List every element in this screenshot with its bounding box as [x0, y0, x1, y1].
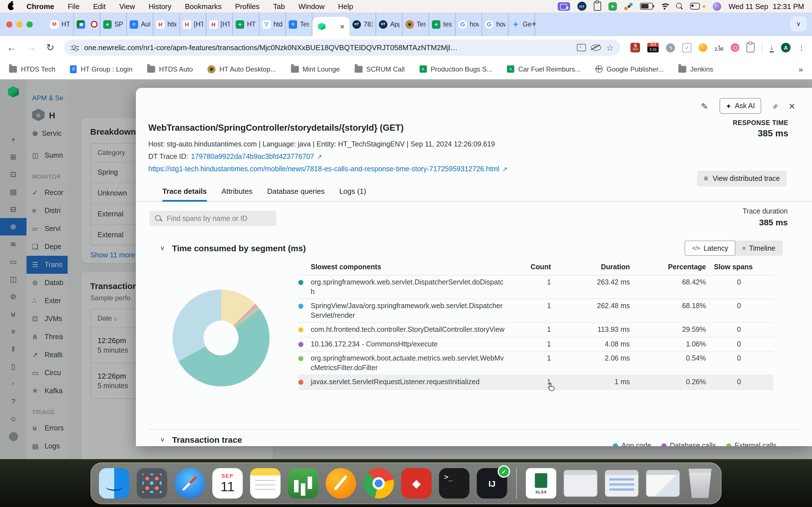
- browser-tab[interactable]: [HT: [206, 12, 233, 36]
- span-search-box[interactable]: [149, 211, 276, 226]
- menu-item[interactable]: Profiles: [235, 2, 260, 10]
- table-row[interactable]: org.springframework.web.servlet.Dispatch…: [298, 276, 773, 299]
- trash-icon[interactable]: [687, 469, 713, 498]
- permalink-icon[interactable]: ∞: [770, 101, 779, 111]
- browser-tab[interactable]: App: [376, 12, 403, 36]
- siri-icon[interactable]: [713, 2, 721, 10]
- modal-tab[interactable]: Logs (1): [339, 187, 366, 202]
- tab-close-icon[interactable]: ×: [340, 22, 345, 31]
- bookmark-item[interactable]: SCRUM Call: [354, 65, 405, 73]
- terminal-icon[interactable]: >_: [439, 468, 469, 499]
- password-eye-icon[interactable]: [591, 45, 601, 51]
- orange-extension-icon[interactable]: [699, 43, 707, 52]
- xlsx-document-icon[interactable]: XLSX: [526, 468, 556, 499]
- browser-tab[interactable]: Test: [286, 12, 312, 36]
- browser-tab[interactable]: Auto: [127, 12, 153, 36]
- spotlight-icon[interactable]: [676, 3, 683, 10]
- close-icon[interactable]: ×: [789, 101, 795, 111]
- chevron-down-icon[interactable]: ∨: [160, 436, 165, 443]
- bookmark-item[interactable]: HTDS Tech: [9, 65, 55, 73]
- new-tab-button[interactable]: +: [525, 12, 543, 36]
- menu-item[interactable]: Window: [299, 2, 325, 10]
- safari-icon[interactable]: [174, 468, 205, 499]
- table-row[interactable]: javax.servlet.ServletRequestListener.req…: [298, 375, 773, 390]
- address-bar[interactable]: one.newrelic.com/nr1-core/apm-features/t…: [64, 40, 620, 56]
- profile-avatar[interactable]: A: [781, 43, 791, 52]
- browser-tab[interactable]: 781: [350, 12, 376, 36]
- chevron-down-icon[interactable]: ∨: [160, 244, 165, 252]
- note-extension-icon[interactable]: ✓: [682, 43, 692, 52]
- modal-tab[interactable]: Database queries: [267, 187, 324, 202]
- pink-bot-extension-icon[interactable]: [731, 43, 739, 52]
- close-window-button[interactable]: [6, 21, 12, 27]
- menu-item[interactable]: File: [68, 2, 80, 10]
- zoom-window-button[interactable]: [27, 21, 33, 27]
- component-name[interactable]: com.ht.frontend.tech.controller.StoryDet…: [311, 325, 511, 334]
- menu-item[interactable]: View: [119, 2, 135, 10]
- menu-clock[interactable]: Wed 11 Sep 12:31 PM: [728, 2, 804, 10]
- bookmark-item[interactable]: HTDS Auto: [147, 65, 193, 73]
- tab-search-button[interactable]: ∨: [790, 16, 807, 32]
- lighthouse-extension-icon[interactable]: ϟ: [666, 43, 675, 52]
- browser-tab[interactable]: I: [74, 12, 100, 36]
- dt-trace-id-link[interactable]: 179780a9922da74b9ac3bfd423776707: [191, 153, 314, 161]
- menu-item[interactable]: Edit: [93, 2, 106, 10]
- table-row[interactable]: org.springframework.boot.actuate.metrics…: [298, 351, 773, 375]
- bookmark-item[interactable]: HT Group : Login: [70, 65, 133, 73]
- capture-app-icon[interactable]: ➤: [608, 2, 617, 10]
- view-distributed-trace-button[interactable]: ≡ View distributed trace: [697, 171, 786, 186]
- cls-extension-icon[interactable]: CLS0.31: [648, 43, 659, 52]
- browser-tab[interactable]: test: [429, 12, 456, 36]
- notes-app-icon[interactable]: [250, 468, 281, 499]
- browser-tab[interactable]: how: [456, 12, 482, 36]
- url-text[interactable]: one.newrelic.com/nr1-core/apm-features/t…: [84, 43, 572, 52]
- menu-item[interactable]: Chrome: [27, 2, 54, 10]
- counter-extension-icon[interactable]: ▴2.90: [715, 43, 723, 52]
- launchpad-icon[interactable]: [137, 468, 167, 499]
- browser-tab[interactable]: htte: [153, 12, 180, 36]
- external-link-icon[interactable]: ↗: [317, 153, 322, 160]
- minimize-window-button[interactable]: [16, 21, 22, 27]
- reload-button[interactable]: ↻: [46, 43, 54, 52]
- component-name[interactable]: 10.136.172.234 - CommonsHttp/execute: [311, 339, 511, 349]
- ht-badge-icon[interactable]: HT: [577, 2, 587, 11]
- pencil-app-icon[interactable]: [326, 468, 356, 499]
- modal-tab[interactable]: Trace details: [162, 187, 207, 202]
- calendar-icon[interactable]: SEP 11: [212, 468, 243, 499]
- latency-toggle-button[interactable]: </>Latency: [684, 240, 735, 256]
- intellij-icon[interactable]: IJ: [477, 468, 507, 499]
- menu-item[interactable]: History: [149, 2, 171, 10]
- screen-sharing-icon[interactable]: [558, 2, 570, 10]
- minimized-window-2[interactable]: [605, 470, 639, 497]
- hub-app-icon[interactable]: [624, 3, 633, 10]
- bookmark-item[interactable]: Jenkins: [678, 65, 713, 73]
- downloads-button[interactable]: ↓: [770, 43, 774, 52]
- browser-tab[interactable]: HT |: [47, 12, 74, 36]
- component-name[interactable]: SpringView/Java/org.springframework.web.…: [311, 301, 511, 320]
- timeline-toggle-button[interactable]: ≡Timeline: [735, 240, 783, 256]
- browser-tab[interactable]: ×: [312, 17, 350, 36]
- bookmark-star-icon[interactable]: ☆: [606, 43, 614, 52]
- external-link-icon[interactable]: ↗: [502, 165, 507, 173]
- wifi-icon[interactable]: [660, 3, 669, 9]
- component-name[interactable]: org.springframework.web.servlet.Dispatch…: [311, 278, 511, 296]
- bookmark-item[interactable]: Car Fuel Reimburs...: [507, 65, 580, 73]
- table-row[interactable]: 10.136.172.234 - CommonsHttp/execute 1 4…: [298, 337, 773, 351]
- battery-icon[interactable]: [640, 3, 653, 10]
- component-name[interactable]: org.springframework.boot.actuate.metrics…: [311, 354, 511, 372]
- finder-icon[interactable]: [99, 468, 130, 499]
- forward-button[interactable]: →: [27, 43, 36, 52]
- browser-tab[interactable]: [HT: [180, 12, 206, 36]
- bookmark-item[interactable]: Production Bugs S...: [419, 65, 492, 73]
- table-row[interactable]: com.ht.frontend.tech.controller.StoryDet…: [298, 323, 773, 337]
- bookmark-item[interactable]: Google Publisher...: [595, 65, 664, 73]
- page-url-link[interactable]: https://stg1-tech.hindustantimes.com/mob…: [148, 165, 499, 173]
- bookmark-item[interactable]: Mint Lounge: [291, 65, 340, 73]
- minimized-window-1[interactable]: [564, 470, 598, 497]
- clipboard-extension-icon[interactable]: [747, 43, 755, 52]
- back-button[interactable]: ←: [7, 43, 16, 52]
- notes-icon[interactable]: ✎: [701, 102, 708, 110]
- minimized-window-3[interactable]: [646, 470, 680, 497]
- browser-tab[interactable]: htds: [259, 12, 286, 36]
- menu-item[interactable]: Help: [338, 2, 353, 10]
